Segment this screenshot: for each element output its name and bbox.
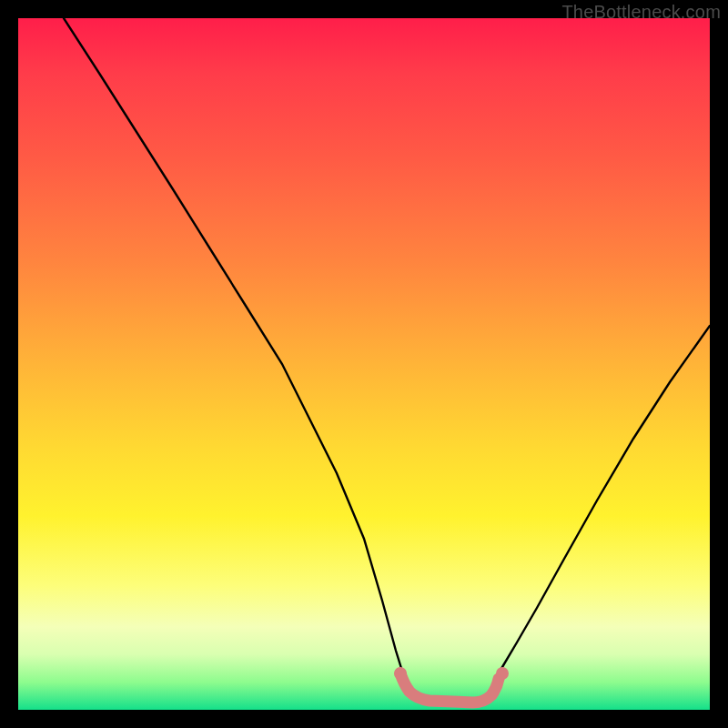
curve-svg xyxy=(18,18,710,710)
curve-left-branch xyxy=(64,18,404,677)
curve-flat-region xyxy=(400,673,499,703)
curve-flat-start-dot xyxy=(394,667,407,680)
plot-area xyxy=(18,18,710,710)
chart-frame: TheBottleneck.com xyxy=(0,0,728,728)
curve-flat-end-dot xyxy=(496,667,509,680)
curve-right-branch xyxy=(495,326,710,679)
